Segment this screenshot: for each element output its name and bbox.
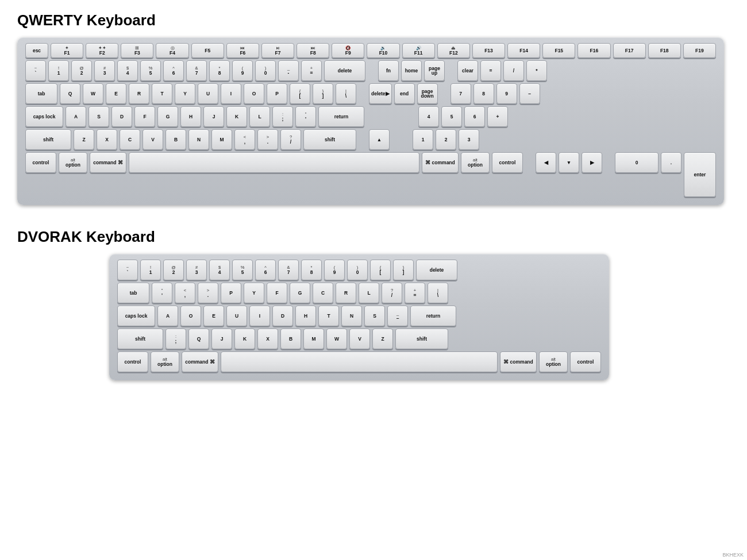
key-num6[interactable]: 6 xyxy=(464,106,485,127)
key-numenter[interactable]: enter xyxy=(684,152,716,197)
key-f17[interactable]: F17 xyxy=(613,43,646,58)
key-9[interactable]: (9 xyxy=(232,60,253,81)
key-f2[interactable]: ✦✦F2 xyxy=(86,43,118,58)
key-delete2[interactable]: delete▶ xyxy=(369,83,392,104)
key-numplus[interactable]: + xyxy=(487,106,508,127)
key-period[interactable]: >. xyxy=(257,129,278,150)
dv-key-rctrl[interactable]: control xyxy=(570,352,601,372)
key-x[interactable]: X xyxy=(97,129,117,150)
key-d[interactable]: D xyxy=(111,106,132,127)
key-fn[interactable]: fn xyxy=(378,60,399,81)
key-down[interactable]: ▼ xyxy=(559,152,579,173)
dv-key-g[interactable]: G xyxy=(290,283,310,303)
dv-key-d[interactable]: D xyxy=(272,306,293,326)
key-f10[interactable]: 🔉F10 xyxy=(367,43,399,58)
dv-key-space[interactable] xyxy=(221,352,498,372)
dv-key-o[interactable]: O xyxy=(180,306,201,326)
key-num1[interactable]: 1 xyxy=(413,129,433,150)
key-6[interactable]: ^6 xyxy=(163,60,184,81)
dv-key-lcmd[interactable]: command ⌘ xyxy=(182,352,218,372)
key-0[interactable]: )0 xyxy=(255,60,276,81)
dv-key-t[interactable]: T xyxy=(318,306,339,326)
key-lctrl[interactable]: control xyxy=(25,152,56,173)
key-rcmd[interactable]: ⌘ command xyxy=(422,152,459,173)
dv-key-lctrl[interactable]: control xyxy=(117,352,148,372)
key-tab[interactable]: tab xyxy=(25,83,57,104)
key-rshift[interactable]: shift xyxy=(303,129,356,150)
dv-key-slash[interactable]: ?/ xyxy=(382,283,402,303)
key-numminus[interactable]: – xyxy=(519,83,540,104)
key-t[interactable]: T xyxy=(152,83,172,104)
key-nummul[interactable]: * xyxy=(526,60,547,81)
key-equals[interactable]: += xyxy=(301,60,322,81)
key-p[interactable]: P xyxy=(267,83,287,104)
key-2[interactable]: @2 xyxy=(71,60,92,81)
key-4[interactable]: $4 xyxy=(117,60,138,81)
key-delete[interactable]: delete xyxy=(324,60,365,81)
key-lbracket[interactable]: {[ xyxy=(290,83,310,104)
key-lcmd[interactable]: command ⌘ xyxy=(90,152,126,173)
key-up[interactable]: ▲ xyxy=(369,129,390,150)
dv-key-k[interactable]: K xyxy=(234,329,255,349)
key-5[interactable]: %5 xyxy=(140,60,161,81)
key-home[interactable]: home xyxy=(401,60,422,81)
dv-key-r[interactable]: R xyxy=(336,283,356,303)
key-b[interactable]: B xyxy=(165,129,186,150)
key-f6[interactable]: ⏮F6 xyxy=(226,43,259,58)
key-f8[interactable]: ⏭F8 xyxy=(297,43,329,58)
dv-key-3[interactable]: #3 xyxy=(186,260,207,280)
dv-key-delete[interactable]: delete xyxy=(416,260,457,280)
key-numdot[interactable]: . xyxy=(661,152,681,173)
dv-key-f[interactable]: F xyxy=(267,283,287,303)
key-esc[interactable]: esc xyxy=(25,43,48,58)
key-z[interactable]: Z xyxy=(74,129,94,150)
dv-key-v[interactable]: V xyxy=(349,329,370,349)
key-end[interactable]: end xyxy=(394,83,415,104)
key-w[interactable]: W xyxy=(83,83,103,104)
dv-key-h[interactable]: H xyxy=(295,306,316,326)
dv-key-n[interactable]: N xyxy=(341,306,362,326)
key-7[interactable]: &7 xyxy=(186,60,207,81)
key-num2[interactable]: 2 xyxy=(436,129,456,150)
dv-key-lalt[interactable]: altoption xyxy=(151,352,179,372)
dv-key-ralt[interactable]: altoption xyxy=(539,352,568,372)
key-r[interactable]: R xyxy=(129,83,149,104)
key-semicolon[interactable]: :; xyxy=(272,106,293,127)
key-f14[interactable]: F14 xyxy=(507,43,540,58)
key-f1[interactable]: ✦F1 xyxy=(51,43,83,58)
dv-key-4[interactable]: $4 xyxy=(209,260,230,280)
dv-key-e[interactable]: E xyxy=(203,306,224,326)
key-num3[interactable]: 3 xyxy=(459,129,479,150)
key-f19[interactable]: F19 xyxy=(683,43,716,58)
dv-key-9[interactable]: (9 xyxy=(324,260,345,280)
dv-key-y[interactable]: Y xyxy=(244,283,264,303)
dv-key-2[interactable]: @2 xyxy=(163,260,184,280)
key-num0[interactable]: 0 xyxy=(615,152,659,173)
dv-key-6[interactable]: ^6 xyxy=(255,260,276,280)
key-slash[interactable]: ?/ xyxy=(280,129,301,150)
dv-key-7[interactable]: &7 xyxy=(278,260,299,280)
key-l[interactable]: L xyxy=(249,106,270,127)
dv-key-c[interactable]: C xyxy=(313,283,333,303)
key-comma[interactable]: <, xyxy=(234,129,255,150)
dv-key-plus[interactable]: += xyxy=(405,283,425,303)
key-backslash[interactable]: |\ xyxy=(336,83,356,104)
key-f16[interactable]: F16 xyxy=(577,43,610,58)
key-num4[interactable]: 4 xyxy=(418,106,439,127)
dv-key-lbrace[interactable]: {[ xyxy=(370,260,391,280)
key-f13[interactable]: F13 xyxy=(472,43,505,58)
key-3[interactable]: #3 xyxy=(94,60,115,81)
dv-key-rbrace[interactable]: }] xyxy=(393,260,414,280)
key-numdiv[interactable]: / xyxy=(503,60,524,81)
key-numequals[interactable]: = xyxy=(480,60,501,81)
key-quote[interactable]: "' xyxy=(295,106,316,127)
dv-key-w[interactable]: W xyxy=(326,329,347,349)
dv-key-pipe[interactable]: |\ xyxy=(428,283,448,303)
dv-key-lshift[interactable]: shift xyxy=(117,329,163,349)
dv-key-lt[interactable]: <, xyxy=(175,283,195,303)
dv-key-minus[interactable]: _– xyxy=(387,306,408,326)
dv-key-5[interactable]: %5 xyxy=(232,260,253,280)
dv-key-s[interactable]: S xyxy=(364,306,385,326)
dv-key-i[interactable]: I xyxy=(249,306,270,326)
dv-key-1[interactable]: !1 xyxy=(140,260,161,280)
